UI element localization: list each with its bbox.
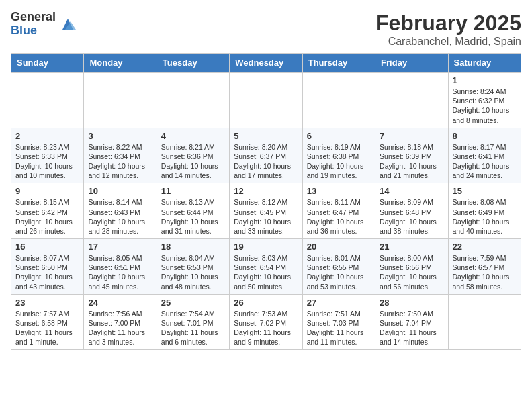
day-number: 14	[380, 186, 443, 196]
day-number: 4	[161, 131, 225, 141]
calendar-week-row: 9Sunrise: 8:15 AM Sunset: 6:42 PM Daylig…	[11, 183, 521, 239]
day-info: Sunrise: 7:56 AM Sunset: 7:00 PM Dayligh…	[88, 309, 152, 347]
day-info: Sunrise: 8:14 AM Sunset: 6:43 PM Dayligh…	[88, 197, 152, 236]
calendar-header-row: SundayMondayTuesdayWednesdayThursdayFrid…	[11, 54, 521, 73]
calendar-cell: 3Sunrise: 8:22 AM Sunset: 6:34 PM Daylig…	[84, 128, 157, 183]
calendar-cell: 1Sunrise: 8:24 AM Sunset: 6:32 PM Daylig…	[448, 73, 521, 128]
day-info: Sunrise: 8:00 AM Sunset: 6:56 PM Dayligh…	[380, 253, 443, 291]
calendar-cell: 23Sunrise: 7:57 AM Sunset: 6:58 PM Dayli…	[11, 294, 84, 350]
day-number: 3	[88, 131, 152, 141]
day-info: Sunrise: 8:01 AM Sunset: 6:55 PM Dayligh…	[307, 253, 371, 291]
day-of-week-header: Friday	[375, 54, 448, 73]
title-block: February 2025 Carabanchel, Madrid, Spain	[375, 11, 521, 48]
page-header: General Blue February 2025 Carabanchel, …	[11, 11, 521, 48]
calendar-cell: 12Sunrise: 8:12 AM Sunset: 6:45 PM Dayli…	[230, 183, 302, 239]
calendar-cell	[302, 73, 375, 128]
day-info: Sunrise: 7:51 AM Sunset: 7:03 PM Dayligh…	[307, 309, 371, 347]
day-number: 27	[307, 298, 371, 308]
calendar-cell: 21Sunrise: 8:00 AM Sunset: 6:56 PM Dayli…	[375, 239, 448, 295]
day-info: Sunrise: 8:24 AM Sunset: 6:32 PM Dayligh…	[453, 87, 517, 125]
day-number: 28	[380, 298, 443, 308]
day-info: Sunrise: 8:18 AM Sunset: 6:39 PM Dayligh…	[380, 142, 443, 181]
calendar-cell: 7Sunrise: 8:18 AM Sunset: 6:39 PM Daylig…	[375, 128, 448, 183]
day-number: 9	[15, 186, 79, 196]
calendar-cell: 2Sunrise: 8:23 AM Sunset: 6:33 PM Daylig…	[11, 128, 84, 183]
logo-text: General Blue	[11, 11, 56, 38]
logo-general: General	[11, 11, 56, 24]
calendar-week-row: 16Sunrise: 8:07 AM Sunset: 6:50 PM Dayli…	[11, 239, 521, 295]
logo: General Blue	[11, 11, 77, 38]
day-info: Sunrise: 8:04 AM Sunset: 6:53 PM Dayligh…	[161, 253, 225, 291]
day-of-week-header: Thursday	[302, 54, 375, 73]
day-number: 8	[453, 131, 517, 141]
calendar-week-row: 1Sunrise: 8:24 AM Sunset: 6:32 PM Daylig…	[11, 73, 521, 128]
day-info: Sunrise: 8:20 AM Sunset: 6:37 PM Dayligh…	[234, 142, 298, 181]
calendar-cell: 14Sunrise: 8:09 AM Sunset: 6:48 PM Dayli…	[375, 183, 448, 239]
calendar-table: SundayMondayTuesdayWednesdayThursdayFrid…	[11, 53, 521, 350]
day-number: 24	[88, 298, 152, 308]
day-number: 11	[161, 186, 225, 196]
day-info: Sunrise: 8:21 AM Sunset: 6:36 PM Dayligh…	[161, 142, 225, 181]
day-info: Sunrise: 7:59 AM Sunset: 6:57 PM Dayligh…	[453, 253, 517, 291]
day-of-week-header: Saturday	[448, 54, 521, 73]
calendar-cell: 20Sunrise: 8:01 AM Sunset: 6:55 PM Dayli…	[302, 239, 375, 295]
day-of-week-header: Wednesday	[230, 54, 302, 73]
day-info: Sunrise: 7:54 AM Sunset: 7:01 PM Dayligh…	[161, 309, 225, 347]
day-number: 10	[88, 186, 152, 196]
calendar-cell: 28Sunrise: 7:50 AM Sunset: 7:04 PM Dayli…	[375, 294, 448, 350]
day-info: Sunrise: 8:17 AM Sunset: 6:41 PM Dayligh…	[453, 142, 517, 181]
day-info: Sunrise: 8:13 AM Sunset: 6:44 PM Dayligh…	[161, 197, 225, 236]
logo-icon	[58, 15, 77, 34]
day-info: Sunrise: 7:53 AM Sunset: 7:02 PM Dayligh…	[234, 309, 298, 347]
calendar-cell: 16Sunrise: 8:07 AM Sunset: 6:50 PM Dayli…	[11, 239, 84, 295]
day-info: Sunrise: 8:08 AM Sunset: 6:49 PM Dayligh…	[453, 197, 517, 236]
day-of-week-header: Sunday	[11, 54, 84, 73]
day-number: 16	[15, 242, 79, 252]
day-number: 25	[161, 298, 225, 308]
day-info: Sunrise: 7:57 AM Sunset: 6:58 PM Dayligh…	[15, 309, 79, 347]
calendar-cell: 27Sunrise: 7:51 AM Sunset: 7:03 PM Dayli…	[302, 294, 375, 350]
calendar-cell: 17Sunrise: 8:05 AM Sunset: 6:51 PM Dayli…	[84, 239, 157, 295]
day-number: 15	[453, 186, 517, 196]
calendar-cell: 13Sunrise: 8:11 AM Sunset: 6:47 PM Dayli…	[302, 183, 375, 239]
calendar-cell	[11, 73, 84, 128]
location-title: Carabanchel, Madrid, Spain	[375, 36, 521, 48]
day-info: Sunrise: 7:50 AM Sunset: 7:04 PM Dayligh…	[380, 309, 443, 347]
day-number: 17	[88, 242, 152, 252]
day-number: 12	[234, 186, 298, 196]
day-info: Sunrise: 8:07 AM Sunset: 6:50 PM Dayligh…	[15, 253, 79, 291]
day-info: Sunrise: 8:03 AM Sunset: 6:54 PM Dayligh…	[234, 253, 298, 291]
calendar-cell: 4Sunrise: 8:21 AM Sunset: 6:36 PM Daylig…	[157, 128, 229, 183]
day-number: 21	[380, 242, 443, 252]
calendar-cell: 11Sunrise: 8:13 AM Sunset: 6:44 PM Dayli…	[157, 183, 229, 239]
day-info: Sunrise: 8:12 AM Sunset: 6:45 PM Dayligh…	[234, 197, 298, 236]
calendar-cell: 10Sunrise: 8:14 AM Sunset: 6:43 PM Dayli…	[84, 183, 157, 239]
calendar-cell: 19Sunrise: 8:03 AM Sunset: 6:54 PM Dayli…	[230, 239, 302, 295]
month-title: February 2025	[375, 11, 521, 36]
calendar-cell: 8Sunrise: 8:17 AM Sunset: 6:41 PM Daylig…	[448, 128, 521, 183]
calendar-cell	[448, 294, 521, 350]
day-number: 1	[453, 75, 517, 85]
calendar-cell	[84, 73, 157, 128]
day-number: 5	[234, 131, 298, 141]
day-number: 19	[234, 242, 298, 252]
calendar-week-row: 2Sunrise: 8:23 AM Sunset: 6:33 PM Daylig…	[11, 128, 521, 183]
day-number: 26	[234, 298, 298, 308]
calendar-cell: 6Sunrise: 8:19 AM Sunset: 6:38 PM Daylig…	[302, 128, 375, 183]
calendar-cell	[230, 73, 302, 128]
day-of-week-header: Monday	[84, 54, 157, 73]
day-number: 22	[453, 242, 517, 252]
day-info: Sunrise: 8:23 AM Sunset: 6:33 PM Dayligh…	[15, 142, 79, 181]
day-number: 20	[307, 242, 371, 252]
day-of-week-header: Tuesday	[157, 54, 229, 73]
calendar-cell: 22Sunrise: 7:59 AM Sunset: 6:57 PM Dayli…	[448, 239, 521, 295]
day-info: Sunrise: 8:19 AM Sunset: 6:38 PM Dayligh…	[307, 142, 371, 181]
logo-blue: Blue	[11, 24, 56, 38]
calendar-cell: 26Sunrise: 7:53 AM Sunset: 7:02 PM Dayli…	[230, 294, 302, 350]
day-info: Sunrise: 8:05 AM Sunset: 6:51 PM Dayligh…	[88, 253, 152, 291]
calendar-cell: 24Sunrise: 7:56 AM Sunset: 7:00 PM Dayli…	[84, 294, 157, 350]
calendar-cell	[375, 73, 448, 128]
day-number: 2	[15, 131, 79, 141]
calendar-cell: 9Sunrise: 8:15 AM Sunset: 6:42 PM Daylig…	[11, 183, 84, 239]
day-info: Sunrise: 8:22 AM Sunset: 6:34 PM Dayligh…	[88, 142, 152, 181]
